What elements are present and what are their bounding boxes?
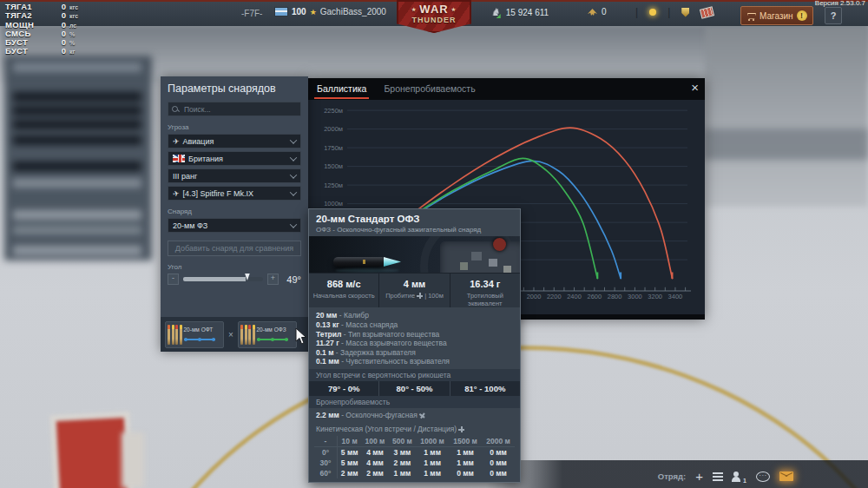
select-value: III ранг [173,172,197,181]
shell-belt-icon [240,323,255,346]
player-profile[interactable]: 100 ★ GachiBass_2000 [274,7,386,16]
tab-armor-penetration[interactable]: Бронепробиваемость [384,78,475,100]
kinetic-header: Кинетическая (Угол встречи / Дистанция) [309,422,520,434]
property-row: 20 мм - Калибр [316,311,513,320]
shell-tip-graphic [384,257,401,267]
squad-label: Отряд: [658,472,686,481]
angle-slider: - + 49° [168,274,301,285]
logo-war-text: WAR [419,3,448,16]
ballistics-tabs: Баллистика Бронепробиваемость × [308,78,705,100]
telemetry-unit: кг [69,49,75,55]
row-angle: 0° [314,447,338,458]
table-cell: 1 мм [416,468,449,478]
angle-label: Угол [168,263,301,271]
kinetic-penetration-table: -10 м100 м500 м1000 м1500 м2000 м0°5 мм4… [314,436,515,478]
angle-plus-button[interactable]: + [267,274,279,285]
svg-text:2800: 2800 [608,293,622,300]
telemetry-row: ТЯГА10кгс [5,2,78,10]
add-compare-shell-button[interactable]: Добавить снаряд для сравнения [168,241,301,256]
chip-series-line [257,337,288,342]
table-cell: 1 мм [389,468,416,478]
search-field[interactable] [168,102,301,116]
war-thunder-screen: -F7F- 100 ★ GachiBass_2000 ♞ 15 924 611 … [0,0,868,488]
telemetry-value: 0 [54,46,66,56]
squad-invite-icon[interactable]: + [695,470,703,483]
svg-text:1250м: 1250м [324,181,343,189]
telemetry-unit: % [69,40,75,46]
threat-select-0[interactable]: ✈Авиация [168,134,301,148]
ricochet-header: Угол встречи с вероятностью рикошета [309,369,520,381]
row-angle: 60° [314,468,338,478]
threat-select-3[interactable]: ✈[4.3] Spitfire F Mk.IX [168,186,301,201]
angle-slider-handle[interactable] [244,274,251,280]
penetration-header: Бронепробиваемость [309,396,520,408]
tab-ballistics[interactable]: Баллистика [317,78,366,100]
chip-shell-name: 20-мм ОФЗ [257,326,295,333]
armor-icon [417,293,423,299]
angle-minus-button[interactable]: - [168,274,179,285]
svg-text:2000: 2000 [527,293,542,300]
angle-slider-track[interactable] [183,277,263,281]
table-cell: 1 мм [416,447,449,458]
comparison-chip-1[interactable]: 20-мм ОФЗ [238,321,297,348]
achievement-icon[interactable] [681,8,689,17]
chat-icon[interactable]: ··· [756,472,770,482]
table-row: 60°2 мм2 мм1 мм1 мм0 мм0 мм [314,468,515,478]
svg-text:3000: 3000 [628,293,642,300]
svg-text:1750м: 1750м [324,144,343,152]
property-row: 0.13 кг - Масса снаряда [316,320,513,330]
shell-select[interactable]: 20-мм ФЗ [168,218,301,233]
table-cell: 0 мм [449,468,482,478]
battle-tasks-icon[interactable] [713,472,723,481]
chevron-down-icon [290,221,297,228]
svg-text:2200: 2200 [547,293,562,300]
threat-label: Угроза [168,123,301,131]
shop-button[interactable]: Магазин ! [740,6,813,25]
blurred-background-panel [4,56,152,260]
table-cell: 1 мм [416,458,449,468]
silver-lions-value: 15 924 611 [506,8,549,17]
telemetry-row: БУСТ0кг [5,46,78,55]
svg-text:3400: 3400 [668,293,683,300]
star-icon: ★ [310,8,317,16]
player-level: 100 [292,7,306,16]
svg-text:3200: 3200 [648,293,662,300]
top-bar-icons: | | [635,6,713,18]
table-header: 2000 м [482,436,515,447]
stat-penetration: 4 мм Пробитие| 100м [379,274,449,307]
shell-image [309,236,520,273]
silver-lion-icon: ♞ [491,7,501,17]
table-cell: 0 мм [482,468,515,478]
help-button[interactable]: ? [825,7,842,24]
contacts-icon[interactable]: 1 [733,472,746,482]
table-header: - [314,436,338,447]
chevron-down-icon [290,171,297,178]
airplane-icon: ✈ [172,188,180,198]
daily-bonus-icon[interactable] [649,9,656,16]
ticket-icon[interactable] [700,6,714,18]
shop-label: Магазин [760,11,793,21]
shell-label: Снаряд [168,208,301,215]
table-row: 30°5 мм4 мм2 мм1 мм1 мм0 мм [314,458,515,468]
silver-lions-counter[interactable]: ♞ 15 924 611 [491,7,549,17]
search-input[interactable] [182,104,297,115]
squadron-tag: -F7F- [241,9,262,18]
threat-select-2[interactable]: III ранг [168,168,301,183]
logo-thunder-text: THUNDER [397,16,471,24]
shell-properties: 20 мм - Калибр0.13 кг - Масса снарядаТет… [309,307,520,369]
svg-text:1000м: 1000м [324,200,343,208]
game-version: Версия 2.53.0.7 [815,0,865,7]
mail-icon[interactable] [779,472,793,481]
threat-select-1[interactable]: Британия [168,151,301,166]
stat-tnt-equivalent: 16.34 г Тротиловый эквивалент [450,274,520,307]
shell-info-card: 20-мм Стандарт ОФЗ ОФЗ - Осколочно-фугас… [308,208,521,483]
table-cell: 5 мм [338,447,362,458]
mouse-cursor [295,327,308,346]
svg-text:2400: 2400 [567,293,582,300]
golden-eagles-counter[interactable]: 0 [587,7,607,16]
comparison-chip-0[interactable]: 20-мм ОФТ [165,321,224,348]
chip-close-icon[interactable]: × [227,330,235,340]
close-icon[interactable]: × [691,80,699,95]
property-row: Тетрил - Тип взрывчатого вещества [316,330,513,340]
angle-value: 49° [286,274,301,285]
